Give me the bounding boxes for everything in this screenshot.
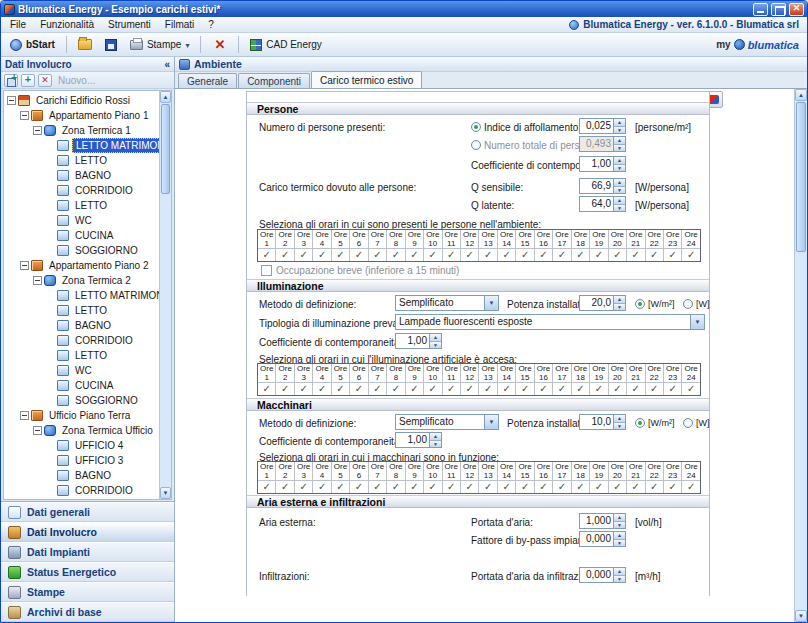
hour-check-9[interactable]: ✓	[406, 248, 424, 261]
hour-check-19[interactable]: ✓	[590, 248, 608, 261]
chevron-down-icon[interactable]	[484, 296, 498, 310]
spinner-icon[interactable]	[613, 157, 625, 171]
tree-item-bagno[interactable]: BAGNO	[4, 318, 159, 333]
tree-item-cucina[interactable]: CUCINA	[4, 228, 159, 243]
hour-check-16[interactable]: ✓	[535, 382, 553, 395]
hour-check-5[interactable]: ✓	[332, 382, 350, 395]
hour-check-20[interactable]: ✓	[609, 248, 627, 261]
hour-check-21[interactable]: ✓	[627, 248, 645, 261]
unit-w-radio[interactable]: [W]	[683, 296, 710, 312]
hour-check-9[interactable]: ✓	[406, 382, 424, 395]
tab-carico-termico-estivo[interactable]: Carico termico estivo	[311, 71, 422, 88]
collapse-sidebar-icon[interactable]	[164, 59, 170, 70]
macchinari-coeff-input[interactable]: 1,00	[395, 432, 442, 448]
menu-funzionalit[interactable]: Funzionalità	[33, 18, 101, 31]
hour-check-3[interactable]: ✓	[295, 248, 313, 261]
tree-item-ufficio-3[interactable]: UFFICIO 3	[4, 453, 159, 468]
hour-check-13[interactable]: ✓	[479, 480, 497, 493]
hour-check-5[interactable]: ✓	[332, 480, 350, 493]
hour-check-9[interactable]: ✓	[406, 480, 424, 493]
hour-check-14[interactable]: ✓	[498, 382, 516, 395]
tree-item-letto[interactable]: LETTO	[4, 348, 159, 363]
hour-check-13[interactable]: ✓	[479, 382, 497, 395]
tree-scrollbar[interactable]	[159, 91, 171, 499]
occupazione-breve-checkbox[interactable]: Occupazione breve (inferiore a 15 minuti…	[261, 262, 459, 278]
q-latente-input[interactable]: 64,0	[579, 196, 626, 212]
remove-icon[interactable]	[38, 74, 52, 87]
potenza-installata-input[interactable]: 10,0	[579, 414, 626, 430]
tree-item-carichi-edificio-rossi[interactable]: Carichi Edificio Rossi	[4, 93, 159, 108]
unit-wm2-radio[interactable]: [W/m²]	[635, 415, 675, 431]
spinner-icon[interactable]	[429, 433, 441, 447]
hour-check-21[interactable]: ✓	[627, 480, 645, 493]
hour-check-16[interactable]: ✓	[535, 480, 553, 493]
hour-check-4[interactable]: ✓	[313, 248, 331, 261]
spinner-icon[interactable]	[613, 179, 625, 193]
hour-check-10[interactable]: ✓	[424, 480, 442, 493]
portata-infiltrazione-input[interactable]: 0,000	[579, 567, 626, 583]
sidebar-item-dati-generali[interactable]: Dati generali	[1, 502, 174, 522]
tree-item-wc[interactable]: WC	[4, 213, 159, 228]
tree-item-cucina[interactable]: CUCINA	[4, 378, 159, 393]
metodo-definizione-select[interactable]: Semplificato	[395, 295, 499, 311]
hour-check-14[interactable]: ✓	[498, 480, 516, 493]
bypass-input[interactable]: 0,000	[579, 531, 626, 547]
tree-item-letto-matrimoniale[interactable]: LETTO MATRIMONIALE	[4, 288, 159, 303]
open-button[interactable]	[73, 37, 97, 52]
cad-energy-button[interactable]: CAD Energy	[245, 37, 327, 53]
menu-strumenti[interactable]: Strumenti	[101, 18, 158, 31]
tree-item-ufficio-piano-terra[interactable]: Ufficio Piano Terra	[4, 408, 159, 423]
hour-check-7[interactable]: ✓	[369, 382, 387, 395]
hour-check-11[interactable]: ✓	[443, 480, 461, 493]
hour-check-24[interactable]: ✓	[682, 382, 699, 395]
hour-check-6[interactable]: ✓	[350, 480, 368, 493]
close-icon[interactable]	[789, 3, 804, 16]
stampe-button[interactable]: Stampe	[125, 37, 194, 52]
sidebar-item-status-energetico[interactable]: Status Energetico	[1, 562, 174, 582]
tab-generale[interactable]: Generale	[178, 73, 237, 88]
tree-item-corridoio[interactable]: CORRIDOIO	[4, 333, 159, 348]
hour-check-18[interactable]: ✓	[572, 382, 590, 395]
hour-check-15[interactable]: ✓	[516, 248, 534, 261]
hour-check-2[interactable]: ✓	[276, 248, 294, 261]
unit-wm2-radio[interactable]: [W/m²]	[635, 296, 675, 312]
hour-check-22[interactable]: ✓	[646, 382, 664, 395]
tab-componenti[interactable]: Componenti	[238, 73, 310, 88]
hour-check-10[interactable]: ✓	[424, 382, 442, 395]
hour-check-18[interactable]: ✓	[572, 248, 590, 261]
spinner-icon[interactable]	[613, 415, 625, 429]
sidebar-item-dati-involucro[interactable]: Dati Involucro	[1, 522, 174, 542]
tree-item-ufficio-2[interactable]: UFFICIO 2	[4, 498, 159, 499]
sidebar-item-stampe[interactable]: Stampe	[1, 582, 174, 602]
hour-check-5[interactable]: ✓	[332, 248, 350, 261]
spinner-icon[interactable]	[613, 514, 625, 528]
hour-check-10[interactable]: ✓	[424, 248, 442, 261]
hour-check-20[interactable]: ✓	[609, 480, 627, 493]
tree-item-appartamento-piano-2[interactable]: Appartamento Piano 2	[4, 258, 159, 273]
menu-filmati[interactable]: Filmati	[158, 18, 201, 31]
hour-check-12[interactable]: ✓	[461, 248, 479, 261]
content-scrollbar[interactable]	[794, 89, 807, 622]
illuminazione-coeff-input[interactable]: 1,00	[395, 333, 442, 349]
tree-expander-icon[interactable]	[33, 126, 42, 135]
hour-check-4[interactable]: ✓	[313, 480, 331, 493]
hour-check-17[interactable]: ✓	[553, 248, 571, 261]
hour-check-6[interactable]: ✓	[350, 248, 368, 261]
tipologia-select[interactable]: Lampade fluorescenti esposte	[395, 314, 705, 330]
spinner-icon[interactable]	[613, 296, 625, 310]
tree-item-bagno[interactable]: BAGNO	[4, 468, 159, 483]
hour-check-20[interactable]: ✓	[609, 382, 627, 395]
scroll-up-icon[interactable]	[160, 91, 171, 103]
spinner-icon[interactable]	[613, 532, 625, 546]
tree-item-ufficio-4[interactable]: UFFICIO 4	[4, 438, 159, 453]
indice-affollamento-input[interactable]: 0,025	[579, 118, 626, 134]
tree-expander-icon[interactable]	[20, 411, 29, 420]
hour-check-11[interactable]: ✓	[443, 248, 461, 261]
delete-button[interactable]: ✕	[207, 36, 232, 53]
scroll-up-icon[interactable]	[795, 89, 807, 101]
tree-item-letto[interactable]: LETTO	[4, 153, 159, 168]
tree-item-letto-matrimoniale[interactable]: LETTO MATRIMONIALE	[4, 138, 159, 153]
bstart-button[interactable]: bStart	[5, 37, 60, 53]
unit-w-radio[interactable]: [W]	[683, 415, 710, 431]
hour-check-7[interactable]: ✓	[369, 480, 387, 493]
